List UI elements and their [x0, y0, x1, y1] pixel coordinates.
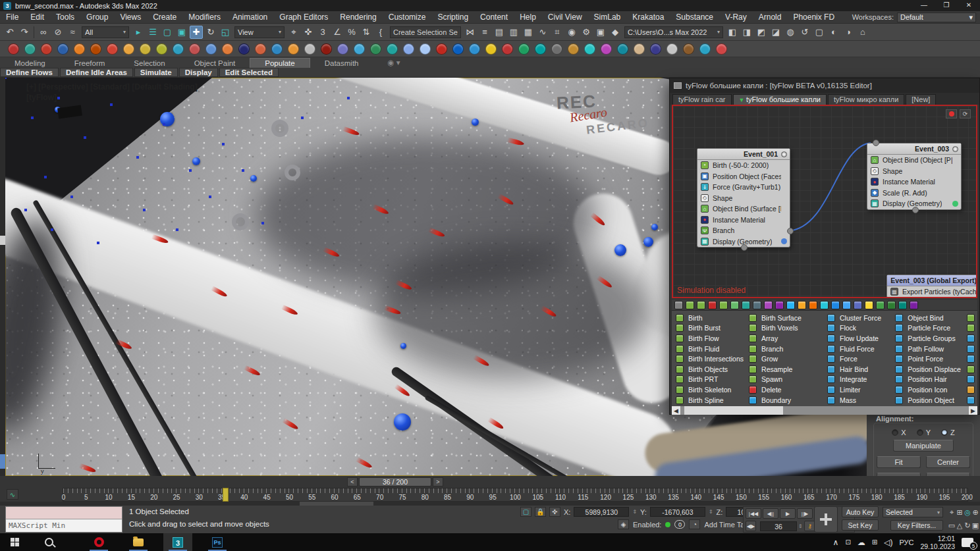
viewport-nav-icon[interactable]: ▣ [972, 519, 979, 531]
taskbar-photoshop[interactable]: Ps [203, 533, 232, 551]
coordinate-x-field[interactable]: 5989,9130 [574, 507, 629, 517]
toolbar-icon[interactable]: ▣ [175, 26, 188, 39]
toolbar-icon[interactable]: ▤ [493, 26, 506, 39]
viewport-nav-icon[interactable]: △ [956, 519, 963, 531]
project-folder-dropdown[interactable]: C:\Users\O...s Max 2022▾ [624, 26, 723, 38]
depot-category-icon[interactable] [697, 301, 705, 309]
panel-handle[interactable] [0, 236, 5, 245]
toolbar-icon[interactable]: ≡ [478, 26, 491, 39]
menu-item[interactable]: Krakatoa [626, 11, 670, 24]
zero-button[interactable]: 0 [674, 520, 685, 529]
plugin-toolbar-icon[interactable] [107, 43, 118, 55]
ribbon-tab[interactable]: Datasmith [310, 59, 373, 68]
plugin-toolbar-icon[interactable] [222, 43, 233, 55]
coordinate-y-field[interactable]: -1670,603 [650, 507, 705, 517]
depot-operator[interactable]: Force [827, 354, 895, 364]
plugin-toolbar-icon[interactable] [255, 43, 266, 55]
alignment-radio[interactable]: X [892, 429, 906, 436]
notification-center-icon[interactable]: 5 [962, 538, 973, 547]
toolbar-icon[interactable]: ▸ [132, 26, 145, 39]
menu-item[interactable]: V-Ray [719, 11, 753, 24]
plugin-toolbar-icon[interactable] [617, 43, 628, 55]
plugin-toolbar-icon[interactable] [452, 43, 464, 55]
depot-category-icon[interactable] [753, 301, 761, 309]
viewport-nav-icon[interactable]: ⊞ [956, 506, 963, 518]
depot-operator[interactable]: Birth Intersections [676, 354, 749, 364]
operator-output-socket[interactable] [781, 217, 787, 223]
viewport-nav-icon[interactable]: ▭ [948, 519, 955, 531]
ribbon-tab[interactable]: Selection [119, 59, 179, 68]
adaptive-degradation-icon[interactable]: ◈ [618, 519, 629, 529]
node-operator-row[interactable]: ⌂ Object Bind (Surface [P|R]) [697, 203, 790, 215]
depot-category-icon[interactable] [887, 301, 896, 309]
tyflow-tab[interactable]: [New] [906, 94, 936, 105]
viewport-flow-label[interactable]: [tyFlow] [26, 93, 57, 102]
menu-item[interactable]: Tools [50, 11, 80, 24]
toolbar-icon[interactable]: ▦ [522, 26, 535, 39]
depot-operator[interactable]: Flow Update [827, 333, 895, 344]
toolbar-icon[interactable]: ◐ [827, 26, 840, 39]
toolbar-icon[interactable]: { [374, 26, 387, 39]
plugin-toolbar-icon[interactable] [288, 43, 299, 55]
operator-output-socket[interactable] [781, 195, 787, 201]
depot-operator[interactable] [967, 333, 977, 344]
node-global-export[interactable]: Event_003 (Global Export) ▩ Export Parti… [886, 275, 977, 298]
next-frame-button[interactable]: > [433, 477, 443, 486]
depot-operator[interactable]: Mass [827, 395, 895, 406]
menu-item[interactable]: Group [80, 11, 114, 24]
search-button[interactable] [29, 533, 68, 551]
depot-category-icon[interactable] [775, 301, 784, 309]
ribbon-tab[interactable]: Object Paint [180, 59, 250, 68]
depot-category-icon[interactable] [786, 301, 795, 309]
depot-operator[interactable] [967, 395, 977, 406]
plugin-toolbar-icon[interactable] [41, 43, 52, 55]
current-frame-field[interactable]: 36 [760, 521, 797, 531]
depot-category-icon[interactable] [730, 301, 739, 309]
plugin-toolbar-icon[interactable] [387, 43, 398, 55]
node-operator-row[interactable]: ◇ Shape [697, 193, 790, 204]
depot-operator[interactable]: Birth PRT [676, 375, 749, 385]
manipulate-button[interactable]: Manipulate [893, 440, 954, 452]
toolbar-icon[interactable]: ∠ [331, 26, 344, 39]
time-slider-playhead[interactable] [223, 488, 229, 502]
depot-operator[interactable] [967, 313, 977, 323]
toolbar-icon[interactable]: ☰ [146, 26, 159, 39]
workspace-dropdown[interactable]: Default▾ [897, 13, 976, 22]
menu-item[interactable]: Phoenix FD [787, 11, 840, 24]
selection-lock-icon[interactable]: 🔒 [535, 507, 546, 517]
toolbar-icon[interactable]: ⇅ [360, 26, 373, 39]
toolbar-icon[interactable]: ↷ [18, 26, 31, 39]
toolbar-icon[interactable]: ◨ [740, 26, 753, 39]
plugin-toolbar-icon[interactable] [436, 43, 447, 55]
plugin-toolbar-icon[interactable] [716, 43, 727, 55]
plugin-toolbar-icon[interactable] [238, 43, 250, 55]
viewport-label[interactable]: [+] [Perspective] [Standard] [Default Sh… [26, 82, 198, 92]
depot-category-icon[interactable] [708, 301, 717, 309]
toolbar-icon[interactable]: ◪ [769, 26, 782, 39]
depot-operator[interactable] [967, 375, 977, 385]
depot-operator[interactable]: Boundary [749, 395, 827, 406]
plugin-toolbar-icon[interactable] [568, 43, 579, 55]
plugin-toolbar-icon[interactable] [370, 43, 381, 55]
node-operator-row[interactable]: ● Instance Material [697, 215, 790, 226]
ribbon-tab[interactable]: Modeling [0, 59, 60, 68]
operator-output-socket[interactable] [952, 179, 958, 185]
toolbar-icon[interactable]: ✜ [302, 26, 315, 39]
depot-operator[interactable]: Birth Flow [676, 333, 749, 344]
depot-operator[interactable]: Grow [749, 354, 827, 364]
plugin-toolbar-icon[interactable] [551, 43, 562, 55]
restore-button[interactable]: ❐ [935, 0, 958, 11]
select-and-move-icon[interactable]: ✚ [190, 26, 203, 39]
toolbar-icon[interactable]: ◍ [784, 26, 797, 39]
record-button[interactable] [946, 109, 957, 118]
plugin-toolbar-icon[interactable] [485, 43, 497, 55]
depot-operator[interactable]: Spawn [749, 375, 827, 385]
depot-operator[interactable]: Birth [676, 313, 749, 323]
depot-operator[interactable]: Birth Skeleton [676, 384, 749, 395]
toolbar-icon[interactable]: ⋈ [464, 26, 477, 39]
toolbar-icon[interactable]: ∞ [37, 26, 50, 39]
center-button[interactable]: Center [926, 456, 970, 468]
plugin-toolbar-icon[interactable] [337, 43, 348, 55]
menu-item[interactable]: Arnold [753, 11, 788, 24]
menu-item[interactable]: Graph Editors [273, 11, 334, 24]
